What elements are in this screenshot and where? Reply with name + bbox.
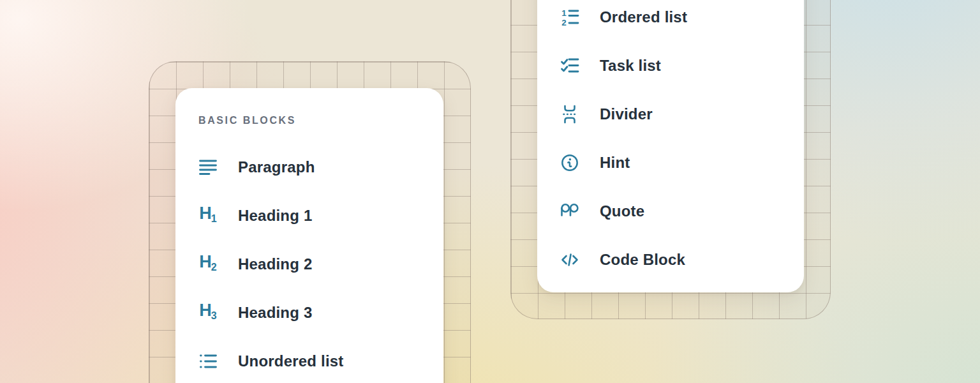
menu-item-label: Heading 2 bbox=[238, 255, 313, 273]
menu-item-label: Heading 1 bbox=[238, 207, 313, 225]
menu-item-heading-2[interactable]: H2 Heading 2 bbox=[198, 240, 422, 289]
menu-item-label: Divider bbox=[600, 105, 653, 123]
menu-item-label: Hint bbox=[600, 154, 630, 172]
code-block-icon bbox=[560, 250, 579, 269]
menu-item-heading-3[interactable]: H3 Heading 3 bbox=[198, 289, 422, 337]
unordered-list-icon bbox=[198, 352, 218, 371]
svg-text:2: 2 bbox=[561, 18, 567, 27]
menu-item-label: Ordered list bbox=[600, 8, 687, 26]
menu-item-code-block[interactable]: Code Block bbox=[560, 236, 782, 284]
divider-icon bbox=[560, 105, 579, 124]
svg-text:1: 1 bbox=[561, 8, 567, 18]
menu-item-ordered-list[interactable]: 1 2 Ordered list bbox=[560, 0, 782, 41]
task-list-icon bbox=[560, 56, 579, 75]
menu-item-label: Task list bbox=[600, 57, 661, 75]
menu-item-hint[interactable]: Hint bbox=[560, 139, 782, 187]
menu-item-label: Heading 3 bbox=[238, 304, 313, 322]
menu-item-unordered-list[interactable]: Unordered list bbox=[198, 337, 422, 383]
heading-3-icon: H3 bbox=[198, 303, 218, 322]
paragraph-icon bbox=[198, 158, 218, 177]
heading-2-icon: H2 bbox=[198, 255, 218, 274]
block-menu-more-blocks: 1 2 Ordered list Task list Divider bbox=[537, 0, 804, 292]
menu-item-heading-1[interactable]: H1 Heading 1 bbox=[198, 192, 422, 240]
menu-item-paragraph[interactable]: Paragraph bbox=[198, 143, 422, 192]
menu-item-label: Quote bbox=[600, 202, 644, 220]
menu-item-quote[interactable]: Quote bbox=[560, 187, 782, 236]
hint-icon bbox=[560, 153, 579, 172]
menu-item-divider[interactable]: Divider bbox=[560, 90, 782, 139]
ordered-list-icon: 1 2 bbox=[560, 8, 579, 27]
block-menu-basic-blocks: BASIC BLOCKS Paragraph H1 Heading 1 H2 H… bbox=[175, 88, 443, 383]
section-label-basic-blocks: BASIC BLOCKS bbox=[198, 115, 422, 126]
menu-item-label: Unordered list bbox=[238, 352, 344, 370]
menu-item-label: Paragraph bbox=[238, 158, 315, 176]
quote-icon bbox=[560, 202, 579, 221]
menu-item-label: Code Block bbox=[600, 251, 685, 269]
menu-item-task-list[interactable]: Task list bbox=[560, 41, 782, 90]
heading-1-icon: H1 bbox=[198, 206, 218, 225]
